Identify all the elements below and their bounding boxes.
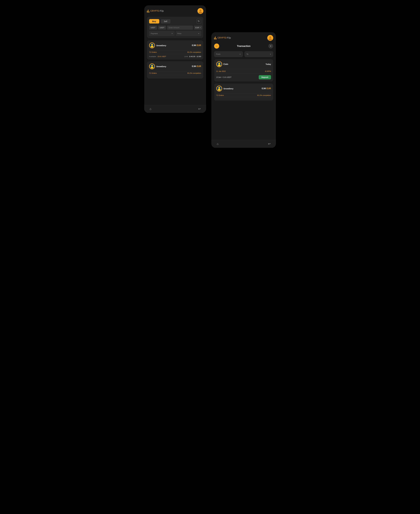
trader-price-1: 0.94 EUR [192,44,201,47]
trader-avatar-1 [149,42,155,48]
phone2-logout-icon[interactable]: ↩ [268,142,270,146]
transaction-header: ← Transaction ▼ [214,44,273,49]
tx-orders: 72 Orders [216,94,224,96]
to-label: To [247,53,248,55]
svg-point-14 [218,87,220,89]
svg-point-4 [150,46,154,48]
trader-name-1: SnowDory [156,44,166,47]
tx-completion: 93.2% completion [257,94,271,96]
limit-label-1: Limit : [184,55,189,58]
tx-trader-info: SnowDory [216,86,233,91]
limit-value-1: $ 40.00 - $ 300 [189,55,201,58]
logo-bar-3 [149,11,149,13]
orders-1: 72 Orders [149,51,157,53]
to-chevron: ▼ [270,53,271,55]
from-label: From [216,53,221,55]
available-value-1: 23.6 USDT [158,55,166,58]
phone2-logo-p2p: P2p [226,37,231,39]
currency-chevron: ▼ [200,27,201,28]
buy-sell-section: Buy Sell ↻ USDT USDT EUR ▼ Payment ▼ Pri… [147,17,203,38]
avatar[interactable] [197,8,203,14]
completion-2: 93.2% completion [187,72,201,74]
phone2-logo-bar-2 [215,37,216,39]
trader-card-2: SnowDory 0.94 EUR 72 Orders 93.2% comple… [147,61,203,79]
coin-rate-row: 1Coin = 3.6 USDT Deposit [216,75,271,79]
phone2-logo-bar-3 [216,38,217,39]
amount-input[interactable] [167,25,193,30]
coin-time: 8:30PM [265,70,271,72]
transaction-filter-button[interactable]: ▼ [268,44,273,48]
svg-point-9 [269,38,272,40]
logo-icon [147,9,149,13]
payment-chevron: ▼ [172,33,173,34]
sell-button[interactable]: Sell [161,19,171,23]
refresh-button[interactable]: ↻ [196,19,201,24]
coin-header: Coin Today [216,61,271,67]
logo-crypto: CRYPTO [150,10,159,12]
trader-name-2: SnowDory [156,65,166,68]
payment-dropdown[interactable]: Payment ▼ [149,31,175,36]
to-select[interactable]: To ▼ [244,51,273,57]
home-nav-icon[interactable]: ⌂ [150,107,151,111]
phone2-logo-text: CRYPTO P2p [218,37,231,39]
tx-trader-card: SnowDory 0.94 EUR 72 Orders 93.2% comple… [214,83,273,101]
filter-row: Payment ▼ Price ▼ [149,31,201,36]
logout-nav-icon[interactable]: ↩ [198,107,201,111]
completion-1: 93.2% completion [187,51,201,53]
svg-point-6 [151,65,153,67]
trader-card-1: SnowDory 0.94 EUR 72 Orders 93.2% comple… [147,40,203,60]
coin-input-row: USDT USDT EUR ▼ [149,25,201,30]
logo: CRYPTO P2p [147,9,164,13]
svg-point-8 [269,36,271,38]
price-chevron: ▼ [198,33,199,34]
svg-point-15 [218,89,221,91]
phone1-header: CRYPTO P2p [147,8,203,14]
coin-date-row: 21 Jan 2022 8:30PM [216,69,271,74]
price-value-2: 0.94 [192,65,196,68]
trader-avatar-2 [149,63,155,69]
available-label-1: Available : [149,55,158,58]
deposit-button[interactable]: Deposit [259,75,271,79]
transaction-title: Transaction [237,45,250,48]
coin-card: Coin Today 21 Jan 2022 8:30PM 1Coin = 3.… [214,59,273,82]
svg-point-1 [199,12,202,14]
buy-sell-buttons: Buy Sell ↻ [149,19,201,24]
trader-info-2: SnowDory [149,63,166,69]
tx-trader-header: SnowDory 0.94 EUR [216,86,271,91]
currency-select[interactable]: EUR ▼ [194,25,202,30]
trader-price-2: 0.94 EUR [192,65,201,68]
logo-bar-1 [147,11,148,13]
from-select[interactable]: From ▼ [214,51,243,57]
phone1-bottom-nav: ⌂ ↩ [144,105,206,113]
logo-p2p: P2p [159,10,164,12]
tx-price-value: 0.94 [262,87,266,90]
trader-stats-2: 72 Orders 93.2% completion [149,71,201,75]
coin-tag-1: USDT [149,25,157,30]
phone2-logo: CRYPTO P2p [214,36,231,39]
price-currency-1: EUR [197,44,201,46]
tx-trader-avatar [216,86,222,91]
phone1-container: CRYPTO P2p Buy Sell ↻ USDT USDT EUR ▼ [144,5,206,113]
price-value-1: 0.94 [192,44,196,46]
trader-header-1: SnowDory 0.94 EUR [149,42,201,48]
from-chevron: ▼ [240,53,241,55]
price-label: Price [177,32,181,35]
logo-text: CRYPTO P2p [150,10,164,12]
orders-2: 72 Orders [149,72,157,74]
back-button[interactable]: ← [214,44,219,49]
trader-stats-1: 72 Orders 93.2% completion [149,50,201,54]
trader-header-2: SnowDory 0.94 EUR [149,63,201,69]
today-label: Today [266,63,271,65]
svg-point-3 [151,44,153,45]
price-dropdown[interactable]: Price ▼ [176,31,201,36]
buy-button[interactable]: Buy [149,19,159,23]
svg-point-7 [150,67,154,68]
tx-trader-price: 0.94 EUR [262,87,271,90]
coin-left: Coin [216,61,228,67]
phone2-home-icon[interactable]: ⌂ [217,142,218,146]
tx-price-currency: EUR [266,87,271,90]
phone2-avatar[interactable] [267,35,273,41]
phone2-logo-crypto: CRYPTO [218,37,226,39]
tx-trader-stats: 72 Orders 93.2% completion [216,93,271,97]
svg-point-0 [199,9,201,11]
